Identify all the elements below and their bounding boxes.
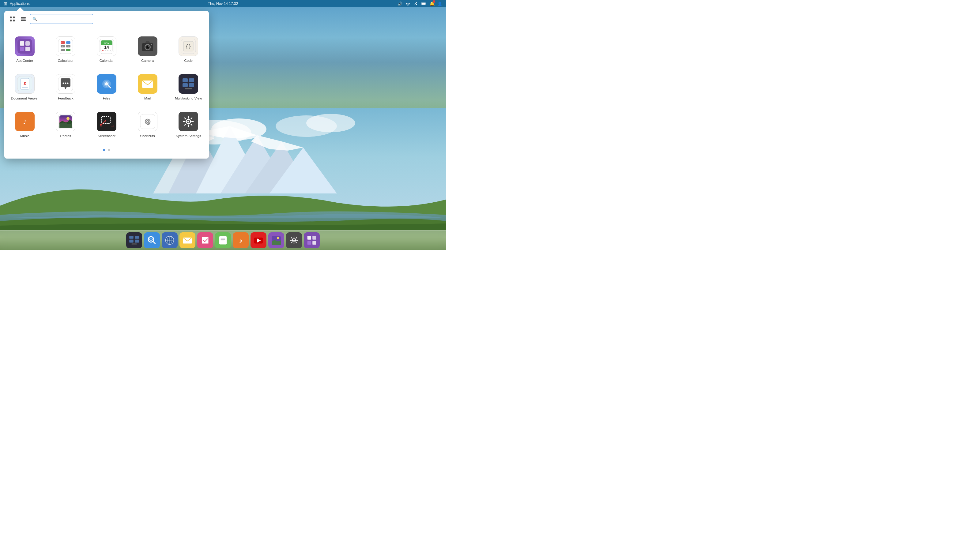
- svg-rect-147: [307, 241, 311, 245]
- music-icon: ♪: [15, 112, 35, 131]
- battery-icon[interactable]: [422, 1, 426, 6]
- mail-icon: [138, 74, 158, 94]
- app-item-sysset[interactable]: System Settings: [169, 107, 208, 142]
- app-item-camera[interactable]: Camera: [128, 32, 167, 67]
- svg-rect-146: [312, 236, 316, 240]
- page-dot-1[interactable]: [103, 149, 105, 151]
- svg-rect-113: [135, 236, 139, 239]
- apps-grid: ▼ AppCenter × − + ÷: [4, 27, 209, 146]
- svg-rect-34: [58, 39, 73, 54]
- svg-rect-126: [219, 236, 227, 244]
- svg-point-76: [105, 83, 108, 86]
- calendar-label: Calendar: [100, 59, 114, 63]
- topbar: ⊞ Applications Thu, Nov 14 17:32 🔊: [0, 0, 446, 7]
- svg-point-118: [150, 238, 153, 241]
- svg-text:÷: ÷: [61, 49, 62, 51]
- svg-rect-81: [183, 78, 188, 82]
- dock-item-appcenter[interactable]: [304, 232, 320, 248]
- svg-rect-21: [10, 16, 12, 18]
- app-name-label: Applications: [10, 2, 30, 6]
- app-item-appcenter[interactable]: ▼ AppCenter: [5, 32, 44, 67]
- page-dots: [4, 146, 209, 152]
- app-item-files[interactable]: Files: [87, 69, 126, 105]
- svg-rect-26: [21, 19, 26, 20]
- camera-label: Camera: [141, 59, 154, 63]
- app-item-docviewer[interactable]: ε Document Viewer: [5, 69, 44, 105]
- app-item-feedback[interactable]: Feedback: [46, 69, 85, 105]
- svg-rect-29: [20, 41, 24, 46]
- volume-icon[interactable]: 🔊: [398, 1, 402, 6]
- svg-rect-129: [221, 241, 224, 241]
- appcenter-icon: ▼: [15, 37, 35, 56]
- svg-text:♪: ♪: [239, 237, 242, 244]
- svg-text:♪: ♪: [23, 117, 27, 126]
- svg-line-17: [415, 4, 416, 5]
- app-item-calendar[interactable]: NOV 14 Calendar: [87, 32, 126, 67]
- topbar-datetime: Thu, Nov 14 17:32: [208, 2, 238, 6]
- notification-icon[interactable]: 🔔 !: [430, 1, 434, 6]
- svg-point-134: [277, 237, 279, 239]
- svg-text:▼: ▼: [24, 48, 26, 51]
- grid-view-button[interactable]: [8, 15, 16, 23]
- wifi-icon[interactable]: [406, 1, 410, 6]
- files-label: Files: [103, 96, 110, 101]
- files-icon: [97, 74, 116, 94]
- app-item-photos[interactable]: Photos: [46, 107, 85, 142]
- dock-item-music[interactable]: ♪: [233, 232, 249, 248]
- svg-point-72: [67, 83, 68, 84]
- svg-text:NOV: NOV: [104, 42, 109, 45]
- svg-rect-22: [13, 16, 15, 18]
- svg-text:14: 14: [104, 45, 109, 49]
- svg-point-51: [102, 50, 103, 51]
- photos-label: Photos: [60, 134, 71, 138]
- shortcuts-icon: [138, 112, 158, 131]
- calendar-icon: NOV 14: [97, 37, 116, 56]
- svg-rect-30: [25, 41, 30, 46]
- dock-item-tasks[interactable]: [197, 232, 213, 248]
- svg-line-142: [296, 242, 297, 243]
- multitask-icon: [178, 74, 198, 94]
- dock-item-files[interactable]: [144, 232, 160, 248]
- feedback-icon: [56, 74, 75, 94]
- svg-text:⇢: ⇢: [111, 123, 114, 129]
- app-item-code[interactable]: {} Code: [169, 32, 208, 67]
- list-view-button[interactable]: [19, 15, 27, 23]
- svg-rect-85: [185, 88, 192, 89]
- svg-rect-61: [151, 44, 152, 45]
- feedback-label: Feedback: [58, 96, 73, 101]
- svg-point-96: [105, 120, 106, 122]
- app-item-calculator[interactable]: × − + ÷ Calculator: [46, 32, 85, 67]
- app-item-multitask[interactable]: Multitasking View: [169, 69, 208, 105]
- code-label: Code: [184, 59, 192, 63]
- dock-item-tube[interactable]: [250, 232, 266, 248]
- svg-text:×: ×: [62, 46, 64, 48]
- dock-item-mail[interactable]: [180, 232, 196, 248]
- bluetooth-icon[interactable]: [414, 1, 418, 6]
- photos-icon: [56, 112, 75, 131]
- svg-rect-36: [66, 41, 70, 44]
- dock-item-photos[interactable]: [268, 232, 284, 248]
- svg-rect-82: [189, 78, 194, 82]
- appcenter-label: AppCenter: [16, 59, 33, 63]
- search-input[interactable]: [30, 14, 93, 24]
- svg-line-119: [153, 241, 155, 244]
- svg-line-144: [291, 242, 292, 243]
- docviewer-icon: ε: [15, 74, 35, 94]
- docviewer-label: Document Viewer: [11, 96, 39, 101]
- svg-rect-28: [18, 39, 32, 54]
- dock-item-multitask[interactable]: [126, 232, 142, 248]
- app-item-mail[interactable]: Mail: [128, 69, 167, 105]
- screenshot-icon: ⇢: [97, 112, 116, 131]
- dock-item-browser[interactable]: [162, 232, 178, 248]
- dock: ♪: [0, 230, 446, 250]
- svg-point-70: [63, 83, 64, 84]
- user-icon[interactable]: 👤: [438, 1, 442, 6]
- dock-item-sysset[interactable]: [286, 232, 302, 248]
- svg-rect-84: [189, 83, 194, 87]
- app-item-screenshot[interactable]: ⇢ Screenshot: [87, 107, 126, 142]
- page-dot-2[interactable]: [108, 149, 110, 151]
- dock-item-notes[interactable]: [215, 232, 231, 248]
- app-item-music[interactable]: ♪ Music: [5, 107, 44, 142]
- app-menu-icon[interactable]: ⊞: [4, 1, 7, 6]
- app-item-shortcuts[interactable]: Shortcuts: [128, 107, 167, 142]
